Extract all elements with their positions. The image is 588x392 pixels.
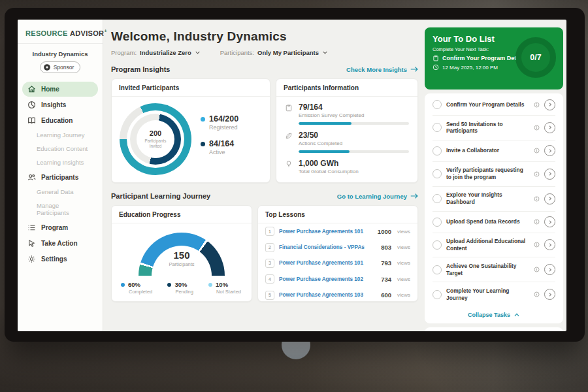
sidebar-item-education[interactable]: Education xyxy=(22,113,98,128)
task-row-complete-learning-journey[interactable]: Complete Your Learning Journey xyxy=(433,282,555,306)
task-open-button[interactable] xyxy=(544,264,555,275)
task-row-confirm-program[interactable]: Confirm Your Program Details xyxy=(433,94,555,116)
task-row-upload-spend-data[interactable]: Upload Spend Data Records xyxy=(433,212,555,233)
lesson-row[interactable]: 5 Power Purchase Agreements 103 600 view… xyxy=(258,287,417,303)
sidebar-item-manage-participants[interactable]: Manage Participants xyxy=(22,199,98,220)
lesson-row[interactable]: 1 Power Purchase Agreements 101 1000 vie… xyxy=(258,223,417,239)
sidebar-item-insights[interactable]: Insights xyxy=(22,97,98,112)
task-checkbox[interactable] xyxy=(433,265,442,274)
task-row-achieve-target[interactable]: Achieve One Sustainability Target xyxy=(433,257,555,282)
go-to-learning-journey-link[interactable]: Go to Learning Journey xyxy=(337,193,418,200)
donut-center: 200 Participants Invited xyxy=(137,120,174,158)
task-open-button[interactable] xyxy=(544,216,555,227)
task-open-button[interactable] xyxy=(544,239,555,250)
lesson-views-suffix: views xyxy=(397,229,410,235)
sidebar-item-participants[interactable]: Participants xyxy=(22,170,98,185)
sidebar-item-settings[interactable]: Settings xyxy=(22,252,98,267)
task-row-invite-collaborator[interactable]: Invite a Collaborator xyxy=(433,140,555,162)
program-insights-header: Program Insights Check More Insights xyxy=(111,65,418,73)
not-started-label: Not Started xyxy=(216,289,241,295)
sidebar-item-home[interactable]: Home xyxy=(22,82,98,97)
sidebar-item-learning-insights[interactable]: Learning Insights xyxy=(22,156,98,169)
info-icon[interactable] xyxy=(534,102,540,108)
info-icon[interactable] xyxy=(534,267,540,272)
cursor-action-icon xyxy=(27,239,36,248)
info-icon[interactable] xyxy=(534,196,540,202)
learning-journey-header: Participant Learning Journey Go to Learn… xyxy=(111,192,418,200)
legend-not-started: 10% Not Started xyxy=(208,281,241,295)
task-checkbox[interactable] xyxy=(433,100,442,109)
task-row-send-invitations[interactable]: Send 50 Invitations to Participants xyxy=(433,116,555,140)
task-open-button[interactable] xyxy=(544,193,555,204)
task-row-upload-educational-content[interactable]: Upload Additional Educational Content xyxy=(433,233,555,258)
task-checkbox[interactable] xyxy=(433,146,442,155)
donut-legend: 164/200 Registered 84/164 Active xyxy=(201,114,238,164)
lesson-rank: 4 xyxy=(265,274,274,284)
task-checkbox[interactable] xyxy=(433,169,442,178)
legend-dot-active xyxy=(201,142,205,146)
lesson-row[interactable]: 2 Financial Considerations - VPPAs 803 v… xyxy=(258,239,417,255)
info-icon[interactable] xyxy=(534,242,540,248)
chevron-down-icon xyxy=(195,50,201,56)
sidebar-item-program[interactable]: Program xyxy=(22,220,98,235)
task-checkbox[interactable] xyxy=(433,218,442,227)
participants-information-title: Participants Information xyxy=(276,79,417,97)
task-checkbox[interactable] xyxy=(433,240,442,250)
task-open-button[interactable] xyxy=(544,99,555,110)
collapse-tasks-link[interactable]: Collapse Tasks xyxy=(433,306,555,320)
sidebar-item-take-action[interactable]: Take Action xyxy=(22,236,98,251)
chevron-up-icon xyxy=(514,312,520,318)
sidebar-item-label: Learning Insights xyxy=(37,159,84,166)
clipboard-icon xyxy=(433,55,439,61)
emission-survey-value: 79/164 xyxy=(299,103,409,112)
task-label: Confirm Your Program Details xyxy=(446,101,529,108)
task-checkbox[interactable] xyxy=(433,194,442,203)
task-open-button[interactable] xyxy=(544,289,555,300)
chevron-down-icon xyxy=(322,50,328,56)
lesson-link[interactable]: Power Purchase Agreements 103 xyxy=(279,292,376,298)
pending-label: Pending xyxy=(175,289,193,295)
collapse-tasks-label: Collapse Tasks xyxy=(468,312,510,318)
lesson-row[interactable]: 3 Power Purchase Agreements 101 793 view… xyxy=(258,255,417,271)
lesson-row[interactable]: 4 Power Purchase Agreements 102 734 view… xyxy=(258,271,417,287)
sidebar-item-general-data[interactable]: General Data xyxy=(22,186,98,199)
program-insights-heading: Program Insights xyxy=(111,65,170,73)
info-icon[interactable] xyxy=(534,219,540,225)
task-open-button[interactable] xyxy=(544,122,555,133)
task-checkbox[interactable] xyxy=(433,290,442,299)
check-more-insights-link[interactable]: Check More Insights xyxy=(346,66,418,73)
top-lessons-card: Top Lessons 1 Power Purchase Agreements … xyxy=(257,205,418,302)
task-label: Complete Your Learning Journey xyxy=(446,287,529,302)
lesson-link[interactable]: Power Purchase Agreements 102 xyxy=(279,276,376,282)
program-filter-dropdown[interactable]: Program: Industrialize Zero xyxy=(111,49,201,56)
task-row-explore-insights[interactable]: Explore Your Insights Dashboard xyxy=(433,187,555,212)
sponsor-badge[interactable]: Sponsor xyxy=(40,61,81,73)
lesson-link[interactable]: Power Purchase Agreements 101 xyxy=(279,260,376,266)
info-icon[interactable] xyxy=(534,171,540,177)
sidebar-item-learning-journey[interactable]: Learning Journey xyxy=(22,129,98,142)
lesson-link[interactable]: Power Purchase Agreements 101 xyxy=(279,229,373,235)
lesson-views: 793 xyxy=(381,259,391,267)
info-icon[interactable] xyxy=(534,148,540,154)
sidebar-item-education-content[interactable]: Education Content xyxy=(22,142,98,155)
task-checkbox[interactable] xyxy=(433,123,442,132)
task-label: Verify participants requesting to join t… xyxy=(446,167,529,181)
info-icon[interactable] xyxy=(534,125,540,131)
sidebar-nav: Home Insights Education Learning Journey… xyxy=(18,82,103,267)
leaf-icon xyxy=(285,132,293,153)
learning-cards-row: Education Progress 150 Participants 60% … xyxy=(111,205,418,302)
info-icon[interactable] xyxy=(534,291,540,297)
task-label: Achieve One Sustainability Target xyxy=(446,263,529,277)
lesson-link[interactable]: Financial Considerations - VPPAs xyxy=(279,244,376,250)
program-filter-label: Program: xyxy=(111,49,137,56)
participants-filter-dropdown[interactable]: Participants: Only My Participants xyxy=(220,49,328,56)
todo-header-card: Your To Do List Complete Your Next Task:… xyxy=(425,27,563,90)
task-row-verify-participants[interactable]: Verify participants requesting to join t… xyxy=(433,162,555,187)
legend-dot-not-started xyxy=(208,283,212,287)
task-open-button[interactable] xyxy=(544,169,555,180)
task-open-button[interactable] xyxy=(544,145,555,156)
sidebar-item-label: Manage Participants xyxy=(37,202,93,216)
actions-completed-progressbar xyxy=(299,150,409,153)
gauge-legend: 60% Completed 30% Pending 10% Not Starte… xyxy=(112,276,252,295)
sidebar: RESOURCE ADVISOR+ Industry Dynamics Spon… xyxy=(18,20,103,331)
